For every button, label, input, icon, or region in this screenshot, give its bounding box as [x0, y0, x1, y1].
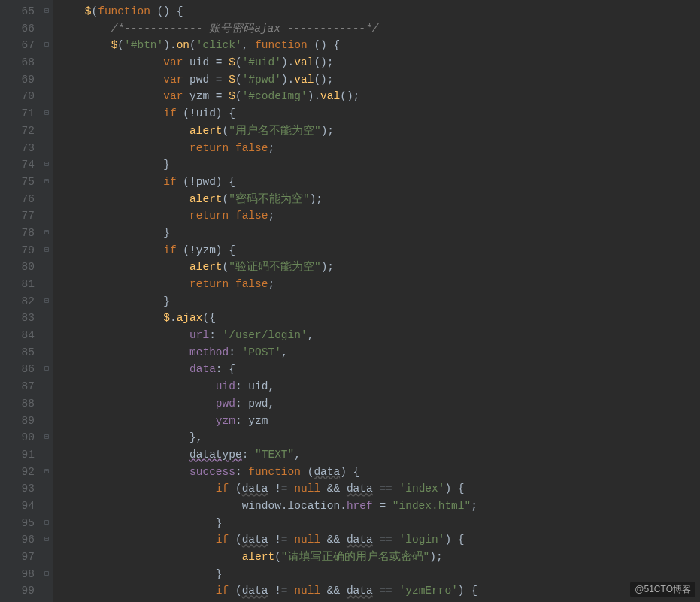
fold-marker — [41, 191, 53, 208]
code-line[interactable]: } — [59, 566, 700, 583]
code-line[interactable]: alert("用户名不能为空"); — [59, 123, 700, 140]
line-number: 92 — [0, 464, 35, 481]
line-number: 75 — [0, 174, 35, 191]
line-number: 68 — [0, 54, 35, 71]
line-number: 67 — [0, 37, 35, 54]
code-line[interactable]: alert("验证码不能为空"); — [59, 259, 700, 276]
line-number: 82 — [0, 293, 35, 310]
code-line[interactable]: return false; — [59, 207, 700, 225]
code-line[interactable]: uid: uid, — [59, 378, 700, 395]
fold-marker[interactable]: ⊟ — [41, 429, 53, 446]
fold-marker[interactable]: ⊟ — [41, 156, 53, 174]
fold-marker[interactable]: ⊟ — [41, 464, 53, 481]
code-line[interactable]: } — [59, 515, 700, 532]
code-line[interactable]: return false; — [59, 140, 700, 157]
fold-marker — [41, 140, 53, 157]
fold-marker — [41, 378, 53, 395]
fold-marker — [41, 310, 53, 327]
line-number: 74 — [0, 156, 35, 174]
fold-marker — [41, 123, 53, 140]
line-number: 91 — [0, 446, 35, 464]
code-line[interactable]: datatype: "TEXT", — [59, 446, 700, 464]
fold-marker[interactable]: ⊟ — [41, 225, 53, 242]
fold-marker[interactable]: ⊟ — [41, 515, 53, 532]
line-number: 76 — [0, 191, 35, 208]
fold-marker — [41, 549, 53, 566]
code-line[interactable]: $(function () { — [59, 3, 700, 20]
code-line[interactable]: yzm: yzm — [59, 413, 700, 430]
line-number: 97 — [0, 549, 35, 566]
fold-marker — [41, 54, 53, 71]
fold-marker[interactable]: ⊟ — [41, 531, 53, 549]
code-line[interactable]: var yzm = $('#codeImg').val(); — [59, 88, 700, 105]
line-number: 89 — [0, 413, 35, 430]
line-number: 80 — [0, 259, 35, 276]
line-number: 69 — [0, 71, 35, 89]
line-number: 66 — [0, 20, 35, 38]
code-line[interactable]: $('#btn').on('click', function () { — [59, 37, 700, 54]
code-line[interactable]: } — [59, 156, 700, 174]
fold-marker — [41, 344, 53, 362]
line-number: 77 — [0, 207, 35, 225]
line-number: 71 — [0, 105, 35, 123]
fold-marker — [41, 276, 53, 293]
code-line[interactable]: if (!yzm) { — [59, 242, 700, 259]
code-line[interactable]: if (data != null && data == 'login') { — [59, 531, 700, 549]
code-line[interactable]: var pwd = $('#pwd').val(); — [59, 71, 700, 89]
line-number: 90 — [0, 429, 35, 446]
line-number: 94 — [0, 498, 35, 515]
code-line[interactable]: if (data != null && data == 'index') { — [59, 480, 700, 498]
code-line[interactable]: /*------------ 账号密码ajax ------------*/ — [59, 20, 700, 38]
fold-gutter[interactable]: ⊟⊟⊟⊟⊟⊟⊟⊟⊟⊟⊟⊟⊟⊟ — [41, 0, 53, 602]
line-number: 95 — [0, 515, 35, 532]
watermark: @51CTO博客 — [630, 582, 695, 597]
code-line[interactable]: data: { — [59, 361, 700, 378]
code-line[interactable]: return false; — [59, 276, 700, 293]
line-number: 85 — [0, 344, 35, 362]
line-number: 99 — [0, 582, 35, 600]
line-number: 65 — [0, 3, 35, 20]
code-line[interactable]: }, — [59, 429, 700, 446]
fold-marker — [41, 71, 53, 89]
fold-marker — [41, 88, 53, 105]
code-line[interactable]: var uid = $('#uid').val(); — [59, 54, 700, 71]
code-line[interactable]: if (!uid) { — [59, 105, 700, 123]
line-number: 88 — [0, 395, 35, 413]
code-line[interactable]: pwd: pwd, — [59, 395, 700, 413]
line-number: 86 — [0, 361, 35, 378]
line-number: 72 — [0, 123, 35, 140]
fold-marker — [41, 207, 53, 225]
fold-marker — [41, 395, 53, 413]
line-number: 81 — [0, 276, 35, 293]
code-line[interactable]: if (data != null && data == 'yzmErro') { — [59, 582, 700, 600]
fold-marker — [41, 20, 53, 38]
fold-marker[interactable]: ⊟ — [41, 361, 53, 378]
line-number: 96 — [0, 531, 35, 549]
fold-marker[interactable]: ⊟ — [41, 37, 53, 54]
code-line[interactable]: $.ajax({ — [59, 310, 700, 327]
line-number: 98 — [0, 566, 35, 583]
code-line[interactable]: alert("请填写正确的用户名或密码"); — [59, 549, 700, 566]
code-line[interactable]: method: 'POST', — [59, 344, 700, 362]
fold-marker[interactable]: ⊟ — [41, 3, 53, 20]
line-number: 93 — [0, 480, 35, 498]
code-area[interactable]: $(function () { /*------------ 账号密码ajax … — [53, 0, 700, 602]
fold-marker[interactable]: ⊟ — [41, 105, 53, 123]
code-line[interactable]: window.location.href = "index.html"; — [59, 498, 700, 515]
line-number-gutter: 6566676869707172737475767778798081828384… — [0, 0, 41, 602]
code-line[interactable]: } — [59, 293, 700, 310]
code-editor[interactable]: 6566676869707172737475767778798081828384… — [0, 0, 700, 602]
line-number: 79 — [0, 242, 35, 259]
code-line[interactable]: } — [59, 225, 700, 242]
fold-marker[interactable]: ⊟ — [41, 566, 53, 583]
fold-marker — [41, 582, 53, 600]
code-line[interactable]: alert("密码不能为空"); — [59, 191, 700, 208]
code-line[interactable]: success: function (data) { — [59, 464, 700, 481]
fold-marker[interactable]: ⊟ — [41, 174, 53, 191]
fold-marker — [41, 446, 53, 464]
fold-marker[interactable]: ⊟ — [41, 242, 53, 259]
code-line[interactable]: url: '/user/login', — [59, 327, 700, 344]
fold-marker[interactable]: ⊟ — [41, 293, 53, 310]
code-line[interactable]: if (!pwd) { — [59, 174, 700, 191]
fold-marker — [41, 498, 53, 515]
